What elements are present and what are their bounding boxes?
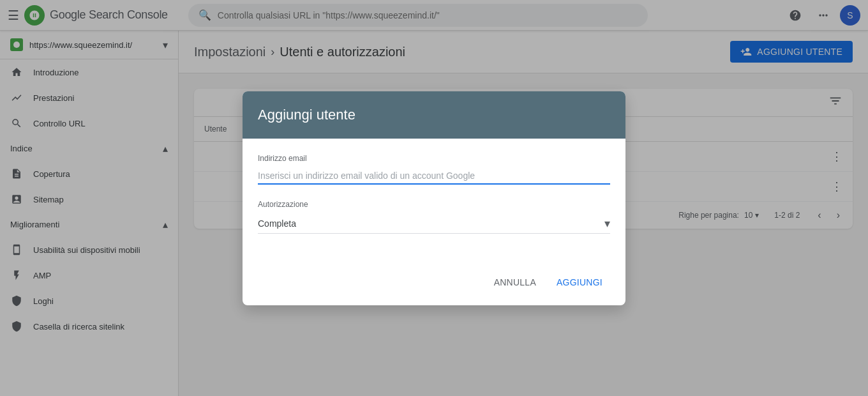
- modal-header: Aggiungi utente: [243, 91, 625, 139]
- email-label: Indirizzo email: [258, 154, 610, 163]
- auth-field-group: Autorizzazione Completa ▾: [258, 200, 610, 234]
- modal-title: Aggiungi utente: [258, 107, 355, 123]
- confirm-button[interactable]: AGGIUNGI: [549, 272, 610, 293]
- cancel-button[interactable]: ANNULLA: [486, 272, 544, 293]
- auth-label: Autorizzazione: [258, 200, 610, 209]
- auth-select[interactable]: Completa ▾: [258, 214, 610, 234]
- auth-select-value: Completa: [258, 218, 604, 229]
- chevron-down-icon-2: ▾: [604, 217, 610, 231]
- modal-body: Indirizzo email Autorizzazione Completa …: [243, 139, 625, 264]
- modal-footer: ANNULLA AGGIUNGI: [243, 264, 625, 305]
- email-field-group: Indirizzo email: [258, 154, 610, 185]
- modal-overlay[interactable]: Aggiungi utente Indirizzo email Autorizz…: [0, 0, 868, 396]
- email-input[interactable]: [258, 168, 610, 185]
- add-user-modal: Aggiungi utente Indirizzo email Autorizz…: [243, 91, 625, 305]
